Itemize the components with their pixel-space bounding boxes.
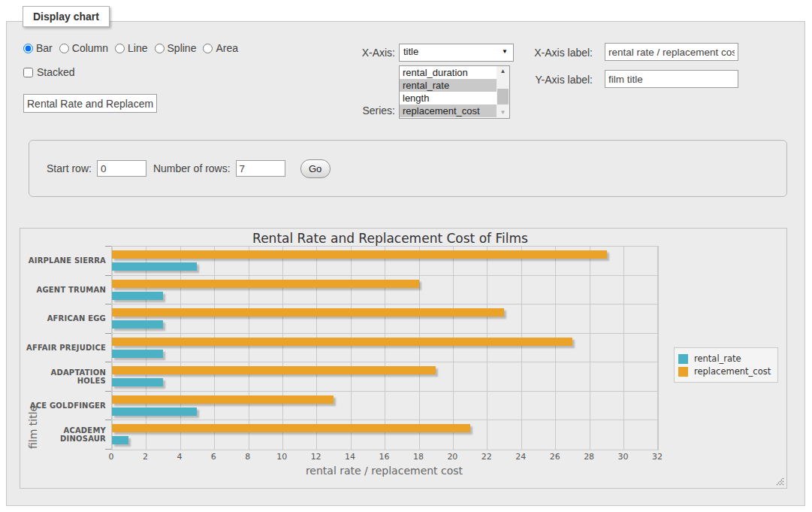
y-axis-tick-mark xyxy=(105,391,111,392)
chart-x-axis-label: rental rate / replacement cost xyxy=(111,465,657,477)
chart-type-option-area[interactable]: Area xyxy=(203,42,238,54)
chart-type-label: Bar xyxy=(36,42,53,54)
x-axis-tick-label: 24 xyxy=(515,452,526,462)
y-axis-tick-mark xyxy=(105,362,111,362)
legend-item-rental_rate[interactable]: rental_rate xyxy=(678,353,771,364)
chart-type-option-bar[interactable]: Bar xyxy=(23,42,53,54)
category-label: ACE GOLDFINGER xyxy=(20,401,106,410)
chart-type-label: Column xyxy=(72,42,108,54)
chart-type-radio-area[interactable] xyxy=(203,44,213,53)
y-axis-tick-mark xyxy=(105,449,111,450)
row-range-box: Start row: Number of rows: Go xyxy=(29,140,787,197)
x-axis-tick-label: 6 xyxy=(211,452,216,462)
chart-container: Rental Rate and Replacement Cost of Film… xyxy=(20,228,787,489)
legend-label: rental_rate xyxy=(694,353,741,364)
x-axis-tick-label: 26 xyxy=(550,452,560,462)
bar-rental_rate[interactable] xyxy=(112,262,197,271)
panel-legend: Display chart xyxy=(23,6,110,27)
stacked-checkbox[interactable] xyxy=(23,68,33,77)
bar-replacement_cost[interactable] xyxy=(112,250,607,259)
category-label: AFFAIR PREJUDICE xyxy=(20,344,106,352)
x-axis-select-label: X-Axis: xyxy=(322,47,395,59)
chart-plot-area xyxy=(111,246,659,450)
num-rows-input[interactable] xyxy=(236,160,285,177)
legend-swatch-rental_rate xyxy=(678,354,688,364)
stacked-option[interactable]: Stacked xyxy=(23,66,75,78)
y-axis-tick-mark xyxy=(105,275,111,276)
chart-type-label: Spline xyxy=(168,42,197,54)
start-row-input[interactable] xyxy=(97,160,146,177)
resize-handle-icon[interactable] xyxy=(776,477,784,486)
x-axis-tick-label: 8 xyxy=(245,452,250,462)
x-axis-tick-label: 14 xyxy=(345,452,355,462)
series-option-replacement_cost[interactable]: replacement_cost xyxy=(400,105,497,117)
chart-type-radio-bar[interactable] xyxy=(23,44,33,53)
bar-replacement_cost[interactable] xyxy=(112,395,334,404)
x-axis-tick-label: 20 xyxy=(447,452,457,462)
page: Display chart BarColumnLineSplineArea St… xyxy=(0,0,812,512)
x-axis-tick-label: 12 xyxy=(311,452,321,462)
bar-rental_rate[interactable] xyxy=(112,378,163,386)
chart-type-option-spline[interactable]: Spline xyxy=(155,42,197,54)
chart-band xyxy=(112,362,658,392)
category-label: AGENT TRUMAN xyxy=(20,285,106,293)
y-axis-label-input[interactable] xyxy=(605,70,738,88)
chart-type-option-line[interactable]: Line xyxy=(115,42,147,54)
chart-type-radio-group: BarColumnLineSplineArea xyxy=(23,42,245,54)
series-option-length[interactable]: length xyxy=(400,92,497,105)
x-axis-tick-label: 10 xyxy=(276,452,287,462)
chart-type-radio-line[interactable] xyxy=(115,44,125,53)
legend-item-replacement_cost[interactable]: replacement_cost xyxy=(678,366,771,377)
chart-type-radio-spline[interactable] xyxy=(155,44,165,53)
x-axis-tick-label: 22 xyxy=(481,452,492,462)
x-axis-tick-label: 4 xyxy=(177,452,182,462)
legend-label: replacement_cost xyxy=(694,366,771,377)
y-axis-tick-mark xyxy=(105,420,111,420)
category-label: ADAPTATION HOLES xyxy=(20,368,106,385)
y-axis-tick-mark xyxy=(105,304,111,304)
x-axis-tick-label: 18 xyxy=(413,452,424,462)
bar-replacement_cost[interactable] xyxy=(112,308,504,317)
x-axis-tick-label: 32 xyxy=(652,452,663,462)
display-chart-panel: Display chart BarColumnLineSplineArea St… xyxy=(6,21,805,506)
bar-replacement_cost[interactable] xyxy=(112,338,572,346)
chart-title-input[interactable] xyxy=(23,94,157,113)
series-select-label: Series: xyxy=(322,105,395,117)
bar-replacement_cost[interactable] xyxy=(112,366,436,374)
chart-title: Rental Rate and Replacement Cost of Film… xyxy=(20,231,760,246)
chart-band xyxy=(112,247,658,276)
chart-band xyxy=(112,334,658,363)
x-axis-tick-label: 0 xyxy=(109,452,114,462)
bar-replacement_cost[interactable] xyxy=(112,280,419,288)
chart-type-label: Area xyxy=(216,42,238,54)
category-label: AFRICAN EGG xyxy=(20,314,106,323)
x-axis-selected-value: title xyxy=(403,46,418,57)
chart-type-option-column[interactable]: Column xyxy=(59,42,108,54)
category-label: AIRPLANE SIERRA xyxy=(20,256,106,265)
bar-rental_rate[interactable] xyxy=(112,292,163,300)
category-label: ACADEMY DINOSAUR xyxy=(20,426,106,443)
y-axis-label-label: Y-Axis label: xyxy=(480,74,593,86)
scrollbar-thumb[interactable] xyxy=(497,89,509,105)
bar-rental_rate[interactable] xyxy=(112,436,128,444)
x-axis-tick-label: 2 xyxy=(143,452,148,462)
x-axis-tick-label: 30 xyxy=(618,452,629,462)
legend-swatch-replacement_cost xyxy=(678,367,688,377)
x-axis-label-input[interactable] xyxy=(605,43,738,61)
go-button[interactable]: Go xyxy=(300,159,331,178)
stacked-label: Stacked xyxy=(37,66,75,78)
y-axis-tick-mark xyxy=(105,333,111,334)
scroll-down-icon[interactable]: ▼ xyxy=(497,108,509,118)
chart-band xyxy=(112,420,658,450)
bar-rental_rate[interactable] xyxy=(112,320,163,329)
num-rows-label: Number of rows: xyxy=(153,162,231,174)
chart-type-label: Line xyxy=(128,42,147,54)
chart-band xyxy=(112,392,658,421)
bar-rental_rate[interactable] xyxy=(112,350,163,358)
chart-legend: rental_ratereplacement_cost xyxy=(674,347,778,383)
chart-type-radio-column[interactable] xyxy=(59,44,69,53)
bar-rental_rate[interactable] xyxy=(112,407,197,416)
y-axis-tick-mark xyxy=(105,246,111,247)
x-axis-tick-label: 28 xyxy=(584,452,594,462)
bar-replacement_cost[interactable] xyxy=(112,424,470,432)
